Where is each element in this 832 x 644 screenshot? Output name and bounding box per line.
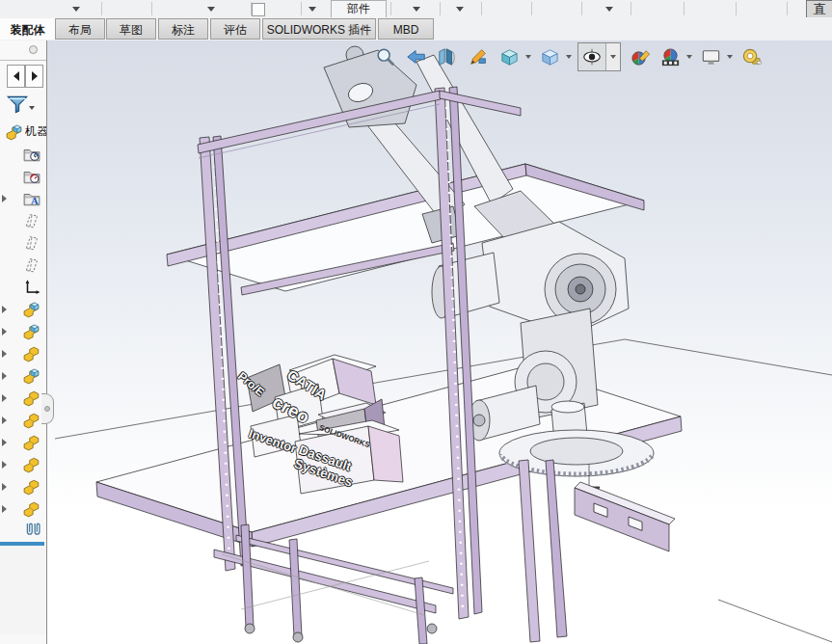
panel-next-button[interactable] xyxy=(25,65,43,88)
tree-item-annotations[interactable] xyxy=(0,187,46,209)
part-icon xyxy=(23,412,40,429)
section-view-button[interactable] xyxy=(435,44,460,69)
view-orientation-caret[interactable] xyxy=(525,55,531,59)
part-icon xyxy=(23,478,40,496)
measure-button[interactable] xyxy=(738,44,764,69)
tree-item-component[interactable] xyxy=(0,497,46,520)
left-arrow-icon xyxy=(13,71,19,81)
filter-funnel-icon xyxy=(6,94,29,115)
ribbon-dropdown-caret[interactable] xyxy=(413,7,420,12)
appearance-sphere-pencil-icon xyxy=(629,46,651,68)
plane-icon xyxy=(23,212,40,229)
featuremanager-panel: 机器 xyxy=(0,40,47,644)
tree-item-component[interactable] xyxy=(0,475,46,497)
panel-header xyxy=(0,40,46,61)
right-arrow-icon xyxy=(32,71,38,81)
tab-evaluate[interactable]: 评估 xyxy=(210,18,260,40)
plane-icon xyxy=(23,256,40,274)
filter-caret-icon xyxy=(29,106,35,110)
tape-measure-icon xyxy=(740,46,763,68)
tab-assembly[interactable]: 装配体 xyxy=(0,18,55,40)
hide-show-items-button[interactable] xyxy=(577,42,621,71)
tab-sketch[interactable]: 草图 xyxy=(106,18,156,40)
assembly-name: 机器 xyxy=(25,123,46,140)
part-icon xyxy=(23,434,40,451)
annotations-folder-icon xyxy=(23,190,40,207)
apply-scene-button[interactable] xyxy=(658,44,683,69)
tree-item-component[interactable] xyxy=(0,453,46,475)
pencil-icon xyxy=(468,46,489,67)
sensors-folder-icon xyxy=(23,168,40,185)
view-settings-button[interactable] xyxy=(698,44,723,69)
history-folder-icon xyxy=(23,146,40,163)
subassembly-icon xyxy=(23,367,40,385)
tree-item-plane[interactable] xyxy=(0,209,46,231)
ribbon-dropdown-caret[interactable] xyxy=(207,7,215,12)
panel-tab-dot-icon[interactable] xyxy=(29,45,38,54)
origin-icon xyxy=(23,279,40,296)
subassembly-icon xyxy=(23,323,40,340)
display-style-button[interactable] xyxy=(537,44,562,69)
section-panels-icon xyxy=(437,46,458,67)
tree-item-sensors[interactable] xyxy=(0,165,46,187)
tree-item-component[interactable] xyxy=(0,342,46,364)
monitor-icon xyxy=(700,46,722,68)
part-icon xyxy=(23,456,40,473)
tree-item-component[interactable] xyxy=(0,387,46,409)
eye-icon xyxy=(581,46,603,67)
display-style-caret[interactable] xyxy=(566,55,572,59)
tree-item-component[interactable] xyxy=(0,320,46,342)
previous-view-button[interactable] xyxy=(404,44,429,69)
ribbon-strip: 部件 直 xyxy=(0,0,832,18)
tree-item-history[interactable] xyxy=(0,143,46,165)
tree-item-component[interactable] xyxy=(0,364,46,387)
plane-icon xyxy=(23,234,40,252)
ribbon-dropdown-caret[interactable] xyxy=(309,7,316,12)
tab-mbd[interactable]: MBD xyxy=(378,18,434,40)
orientation-cube-icon xyxy=(498,46,521,68)
assembly-icon xyxy=(6,123,23,141)
ribbon-dropdown-caret[interactable] xyxy=(605,7,613,12)
tab-annotate[interactable]: 标注 xyxy=(158,18,208,40)
part-icon xyxy=(23,389,40,407)
tree-item-origin[interactable] xyxy=(0,276,46,298)
part-icon xyxy=(23,345,40,362)
component-button[interactable]: 部件 xyxy=(331,0,387,18)
magnifier-icon xyxy=(375,46,396,67)
panel-lower-area xyxy=(0,546,46,634)
ribbon-dropdown-caret[interactable] xyxy=(72,7,80,12)
headsup-view-toolbar xyxy=(373,42,764,71)
scene-sphere-icon xyxy=(659,46,682,68)
ribbon-dropdown-caret[interactable] xyxy=(456,7,464,12)
tab-layout[interactable]: 布局 xyxy=(55,18,105,40)
tree-root-assembly[interactable]: 机器 xyxy=(0,121,46,143)
mates-paperclip-icon xyxy=(23,521,44,538)
apply-scene-caret[interactable] xyxy=(686,55,692,59)
tab-addins[interactable]: SOLIDWORKS 插件 xyxy=(262,18,376,40)
display-style-cube-icon xyxy=(539,46,561,68)
panel-flyout-handle[interactable] xyxy=(41,393,54,424)
tree-item-mates[interactable] xyxy=(0,520,46,539)
zoom-to-fit-button[interactable] xyxy=(373,44,398,69)
blue-left-arrow-icon xyxy=(406,46,427,67)
edit-appearance-button[interactable] xyxy=(627,44,652,69)
view-settings-caret[interactable] xyxy=(727,55,733,59)
assembly-3d-model xyxy=(47,40,832,644)
solidworks-window: 部件 直 装配体 布局 草图 标注 评估 SOLIDWORKS 插件 MBD 机… xyxy=(0,0,832,644)
tree-item-component[interactable] xyxy=(0,298,46,320)
handle-dot-icon xyxy=(44,406,50,412)
annotation-views-button[interactable] xyxy=(466,44,491,69)
commandmanager-tabs: 装配体 布局 草图 标注 评估 SOLIDWORKS 插件 MBD xyxy=(0,17,832,41)
panel-prev-button[interactable] xyxy=(7,65,25,88)
tree-item-component[interactable] xyxy=(0,409,46,431)
tree-filter-button[interactable] xyxy=(6,94,39,119)
tree-item-component[interactable] xyxy=(0,431,46,453)
subassembly-icon xyxy=(23,301,40,318)
tree-item-plane[interactable] xyxy=(0,254,46,276)
ribbon-button-icon[interactable] xyxy=(252,3,265,16)
tree-item-plane[interactable] xyxy=(0,231,46,254)
corner-button[interactable]: 直 xyxy=(806,0,832,18)
hide-show-caret[interactable] xyxy=(605,43,620,70)
view-orientation-button[interactable] xyxy=(497,44,522,69)
graphics-viewport[interactable]: Pro/E CATIA creo SOLIDWORKS Inventor Das… xyxy=(47,40,832,644)
